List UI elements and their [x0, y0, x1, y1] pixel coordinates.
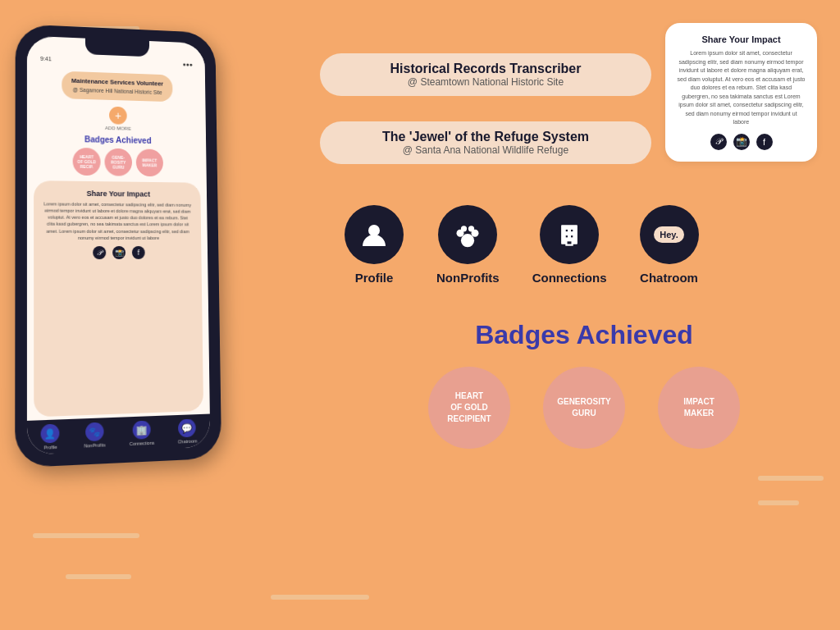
share-impact-title: Share Your Impact	[677, 34, 806, 44]
building-svg-icon	[555, 220, 584, 249]
nav-label-nonprofits: NonProfits	[436, 271, 500, 285]
badge-heart-gold: HEARTOF GOLDRECIPIENT	[428, 367, 510, 449]
badges-row: HEARTOF GOLDRECIPIENT GENEROSITYGURU IMP…	[345, 367, 824, 449]
phone-badge-2: GENE-ROSITYGURU	[104, 148, 132, 176]
connections-icon-circle	[540, 205, 599, 264]
profile-icon-circle	[345, 205, 404, 264]
share-impact-card: Share Your Impact Lorem ipsum dolor sit …	[665, 23, 817, 162]
svg-rect-10	[565, 235, 569, 239]
svg-rect-8	[565, 229, 569, 233]
phone-nav-connections-label: Connections	[130, 441, 155, 446]
phone-badge-1: HEARTOF GOLDRECIP.	[73, 147, 101, 175]
phone-pinterest-icon[interactable]: 𝒫	[93, 246, 106, 259]
phone-nav-connections[interactable]: 🏢 Connections	[130, 420, 155, 446]
svg-rect-9	[570, 229, 574, 233]
phone-social-icons: 𝒫 📸 f	[93, 246, 145, 259]
phone-notch	[85, 39, 149, 57]
deco-line-2	[33, 533, 139, 538]
phone-facebook-icon[interactable]: f	[132, 246, 145, 259]
badges-section-title: Badges Achieved	[345, 320, 824, 350]
phone-nav-profile-label: Profile	[43, 445, 57, 450]
nav-label-chatroom: Chatroom	[640, 271, 698, 285]
share-pinterest-icon[interactable]: 𝒫	[710, 134, 727, 150]
achievement-pill-2: The 'Jewel' of the Refuge System @ Santa…	[320, 121, 651, 164]
share-facebook-icon[interactable]: f	[756, 134, 773, 150]
nav-item-profile[interactable]: Profile	[345, 205, 404, 285]
phone-add-more-label: ADD MORE	[105, 126, 131, 131]
phone-nav-chatroom-label: Chatroom	[178, 438, 198, 444]
achievement-1-title: Historical Records Transcriber	[343, 62, 628, 76]
phone-nav-connections-icon: 🏢	[133, 420, 151, 439]
phone-mockup: 9:41 ●●● Maintenance Services Volunteer …	[16, 25, 238, 484]
nav-label-connections: Connections	[532, 271, 607, 285]
nav-item-nonprofits[interactable]: NonProfits	[436, 205, 500, 285]
deco-line-6	[758, 500, 799, 505]
badges-section: Badges Achieved HEARTOF GOLDRECIPIENT GE…	[345, 320, 824, 449]
phone-badges-title: Badges Achieved	[84, 135, 152, 145]
paw-svg-icon	[453, 220, 482, 249]
phone-instagram-icon[interactable]: 📸	[112, 246, 126, 259]
svg-point-0	[368, 225, 380, 236]
phone-badges-row: HEARTOF GOLDRECIP. GENE-ROSITYGURU IMPAC…	[73, 147, 163, 176]
share-impact-social: 𝒫 📸 f	[677, 134, 806, 150]
chatroom-icon-circle: Hey.	[640, 205, 699, 264]
svg-rect-11	[570, 235, 574, 239]
share-impact-text: Lorem ipsum dolor sit amet, consectetur …	[677, 49, 806, 127]
deco-line-3	[66, 574, 131, 579]
phone-time: 9:41	[40, 55, 52, 61]
phone-nav-nonprofits-icon: 🐾	[85, 422, 103, 442]
nav-icons-section: Profile NonProfits	[345, 205, 699, 285]
chatroom-bubble: Hey.	[654, 226, 683, 243]
phone-add-more[interactable]: + ADD MORE	[105, 106, 131, 130]
nav-label-profile: Profile	[355, 271, 394, 285]
svg-point-4	[461, 226, 467, 231]
phone-nav-profile-icon: 👤	[41, 424, 60, 444]
phone-screen: 9:41 ●●● Maintenance Services Volunteer …	[27, 36, 210, 455]
svg-point-1	[461, 234, 474, 247]
phone-nav-chatroom-icon: 💬	[178, 418, 196, 437]
achievement-2-subtitle: @ Santa Ana National Wildlife Refuge	[343, 144, 628, 156]
achievement-pill-1: Historical Records Transcriber @ Steamto…	[320, 53, 651, 96]
phone-nav-nonprofits[interactable]: 🐾 NonProfits	[84, 422, 105, 448]
phone-add-circle-icon[interactable]: +	[109, 106, 127, 124]
phone-nav-chatroom[interactable]: 💬 Chatroom	[177, 418, 197, 444]
phone-nav-profile[interactable]: 👤 Profile	[41, 424, 60, 450]
achievement-2-title: The 'Jewel' of the Refuge System	[343, 130, 628, 144]
deco-line-4	[271, 595, 369, 600]
phone-nav-nonprofits-label: NonProfits	[84, 442, 106, 448]
profile-svg-icon	[359, 220, 389, 249]
share-instagram-icon[interactable]: 📸	[733, 134, 750, 150]
deco-line-5	[758, 476, 824, 481]
phone-volunteer-card: Maintenance Services Volunteer @ Sagamor…	[62, 71, 173, 102]
nav-item-connections[interactable]: Connections	[532, 205, 607, 285]
phone-outer: 9:41 ●●● Maintenance Services Volunteer …	[15, 24, 221, 468]
badge-generosity: GENEROSITYGURU	[543, 367, 625, 449]
phone-signal: ●●●	[183, 61, 193, 66]
phone-badge-3: IMPACTMAKER	[136, 148, 163, 176]
phone-share-card: Share Your Impact Lorem ipsum dolor sit …	[34, 180, 203, 418]
svg-rect-12	[566, 240, 572, 244]
phone-nav-bar: 👤 Profile 🐾 NonProfits 🏢 Connections 💬 C…	[27, 414, 210, 455]
nav-item-chatroom[interactable]: Hey. Chatroom	[640, 205, 699, 285]
nonprofits-icon-circle	[438, 205, 497, 264]
phone-share-text: Lorem ipsum dolor sit amet, consectetur …	[43, 200, 191, 241]
svg-point-5	[468, 226, 474, 231]
achievement-1-subtitle: @ Steamtown National Historic Site	[343, 76, 628, 88]
badge-impact: IMPACTMAKER	[658, 367, 740, 449]
phone-share-title: Share Your Impact	[86, 189, 150, 199]
